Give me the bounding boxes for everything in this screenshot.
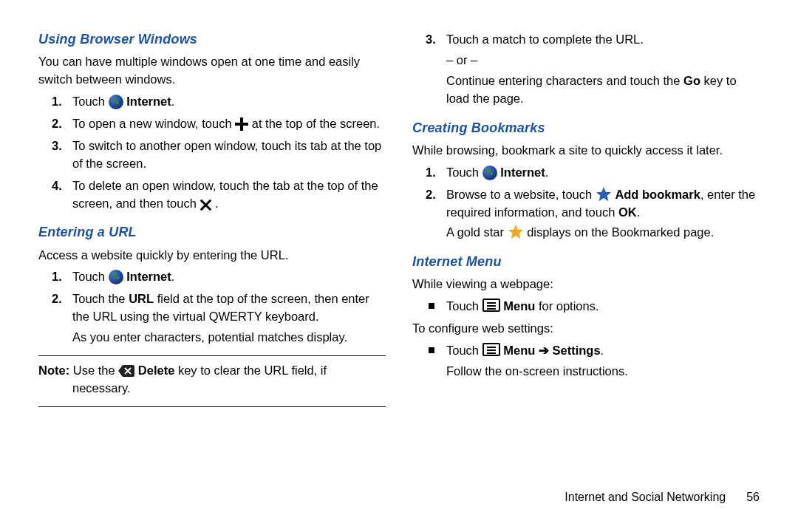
label-note: Note: — [38, 364, 69, 377]
text: Touch a match to complete the URL. — [446, 33, 644, 46]
x-icon — [200, 199, 211, 211]
text: . — [545, 166, 549, 179]
sub-text: As you enter characters, potential match… — [72, 329, 386, 347]
heading-using-browser-windows: Using Browser Windows — [38, 30, 386, 49]
text: Touch — [446, 344, 482, 357]
text: for options. — [535, 299, 598, 313]
text: Touch — [72, 270, 109, 283]
heading-creating-bookmarks: Creating Bookmarks — [412, 118, 760, 137]
page-footer: Internet and Social Networking56 — [565, 491, 760, 504]
text: at the top of the screen. — [248, 117, 380, 130]
gold-star-icon — [508, 224, 524, 240]
step-1: Touch Internet. — [72, 268, 386, 286]
para-while-viewing: While viewing a webpage: — [412, 276, 760, 293]
step-2: Browse to a website, touch Add bookmark,… — [446, 186, 760, 242]
text: . — [211, 197, 218, 210]
label-internet: Internet — [126, 95, 171, 108]
label-delete: Delete — [138, 364, 175, 377]
label-ok: OK — [618, 205, 637, 219]
steps-browser-windows: Touch Internet. To open a new window, to… — [38, 93, 386, 213]
manual-page: Using Browser Windows You can have multi… — [0, 0, 798, 532]
text: . — [171, 270, 175, 283]
para-intro-url: Access a website quickly by entering the… — [38, 247, 386, 265]
label-add-bookmark: Add bookmark — [615, 188, 700, 201]
text: Touch the — [72, 292, 129, 305]
label-go: Go — [683, 74, 700, 87]
label-internet: Internet — [500, 166, 545, 179]
star-icon — [596, 186, 612, 202]
para-configure: To configure web settings: — [412, 320, 760, 338]
step-2: To open a new window, touch at the top o… — [72, 115, 386, 133]
text: Touch — [446, 166, 482, 179]
bullet-list-2: Touch Menu ➔ Settings. Follow the on-scr… — [412, 342, 760, 381]
para-intro-windows: You can have multiple windows open at on… — [38, 53, 386, 89]
steps-continued: Touch a match to complete the URL. – or … — [412, 31, 760, 108]
text: . — [601, 344, 604, 357]
plus-icon — [235, 117, 248, 131]
step-2: Touch the URL field at the top of the sc… — [72, 290, 386, 347]
text: Continue entering characters and touch t… — [446, 74, 683, 87]
text: . — [171, 95, 175, 108]
globe-icon — [482, 166, 497, 180]
step-4: To delete an open window, touch the tab … — [72, 177, 386, 213]
heading-internet-menu: Internet Menu — [412, 252, 760, 271]
bullet-1: Touch Menu for options. — [446, 298, 760, 316]
two-column-layout: Using Browser Windows You can have multi… — [38, 30, 760, 407]
text: To delete an open window, touch the tab … — [72, 179, 378, 210]
text: A gold star — [446, 225, 508, 239]
globe-icon — [109, 270, 123, 284]
page-number: 56 — [746, 491, 760, 503]
heading-entering-url: Entering a URL — [38, 222, 386, 242]
label-menu: Menu — [503, 299, 535, 313]
text: To open a new window, touch — [72, 117, 235, 130]
step-3: To switch to another open window, touch … — [72, 137, 386, 173]
steps-entering-url: Touch Internet. Touch the URL field at t… — [38, 268, 386, 347]
right-column: Touch a match to complete the URL. – or … — [412, 30, 760, 407]
steps-bookmarks: Touch Internet. Browse to a website, tou… — [412, 164, 760, 242]
bullet-2: Touch Menu ➔ Settings. Follow the on-scr… — [446, 342, 760, 381]
text: displays on the Bookmarked page. — [524, 225, 715, 239]
sub-text: Continue entering characters and touch t… — [446, 72, 760, 108]
text: Touch — [72, 95, 109, 108]
sub-text: A gold star displays on the Bookmarked p… — [446, 224, 760, 242]
section-name: Internet and Social Networking — [565, 491, 726, 503]
note-body: Note: Use the Delete key to clear the UR… — [38, 362, 386, 398]
note-box: Note: Use the Delete key to clear the UR… — [38, 355, 386, 407]
text: Use the — [69, 364, 118, 377]
text: Touch — [446, 299, 482, 313]
left-column: Using Browser Windows You can have multi… — [38, 30, 386, 407]
globe-icon — [109, 95, 123, 109]
label-url: URL — [129, 292, 154, 305]
or-divider: – or – — [446, 52, 760, 69]
label-internet: Internet — [126, 270, 171, 283]
sub-text: Follow the on-screen instructions. — [446, 363, 760, 381]
para-intro-bookmarks: While browsing, bookmark a site to quick… — [412, 142, 760, 160]
delete-key-icon — [118, 365, 134, 377]
menu-icon — [482, 299, 500, 312]
step-1: Touch Internet. — [446, 164, 760, 182]
bullet-list-1: Touch Menu for options. — [412, 298, 760, 316]
label-settings: Settings — [552, 344, 600, 357]
arrow-icon: ➔ — [535, 344, 552, 357]
label-menu: Menu — [503, 344, 535, 357]
menu-icon — [482, 343, 500, 356]
step-1: Touch Internet. — [72, 93, 386, 111]
text: Browse to a website, touch — [446, 188, 596, 201]
step-3: Touch a match to complete the URL. – or … — [446, 31, 760, 108]
text: . — [637, 205, 641, 219]
